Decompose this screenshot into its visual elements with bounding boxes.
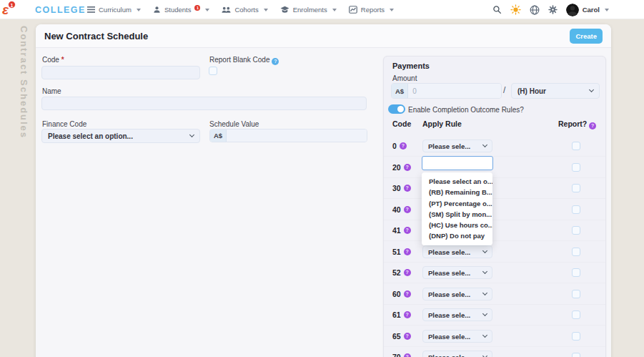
hamburger-icon bbox=[87, 6, 95, 13]
sun-icon[interactable] bbox=[510, 4, 521, 15]
schedule-value-label: Schedule Value bbox=[209, 120, 259, 128]
amount-input[interactable] bbox=[408, 84, 501, 98]
report-checkbox[interactable] bbox=[572, 163, 580, 172]
unit-select[interactable]: (H) Hour bbox=[511, 83, 600, 99]
report-checkbox[interactable] bbox=[572, 142, 580, 150]
rule-option[interactable]: (HC) Use hours co... bbox=[422, 220, 492, 230]
apply-rule-select[interactable]: Please sele... bbox=[422, 140, 492, 152]
students-badge: 1 bbox=[194, 5, 200, 11]
rule-option[interactable]: (PT) Percentage o... bbox=[422, 198, 492, 209]
rule-dropdown-search-input[interactable] bbox=[422, 156, 493, 170]
outcome-row: 0? Please sele... bbox=[384, 136, 605, 157]
caret-icon bbox=[390, 9, 394, 11]
chevron-down-icon bbox=[482, 290, 487, 295]
apply-rule-select[interactable]: Please sele... bbox=[422, 351, 492, 357]
help-icon[interactable]: ? bbox=[404, 311, 411, 318]
help-icon[interactable]: ? bbox=[404, 164, 411, 171]
gear-icon[interactable] bbox=[548, 5, 558, 14]
menu-item-reports[interactable]: Reports bbox=[349, 6, 394, 14]
help-icon[interactable]: ? bbox=[404, 290, 411, 298]
help-icon[interactable]: ? bbox=[404, 248, 411, 255]
help-icon[interactable]: ? bbox=[404, 185, 411, 192]
outcome-code: 61? bbox=[392, 310, 411, 319]
help-icon[interactable]: ? bbox=[404, 269, 411, 276]
apply-rule-select[interactable]: Please sele... bbox=[422, 288, 492, 300]
rule-option[interactable]: (RB) Remaining B... bbox=[422, 187, 492, 197]
create-button[interactable]: Create bbox=[570, 29, 603, 44]
amount-label: Amount bbox=[392, 74, 417, 82]
report-checkbox[interactable] bbox=[572, 353, 580, 357]
report-checkbox[interactable] bbox=[572, 332, 580, 341]
new-contract-schedule-card: New Contract Schedule Create Code * Repo… bbox=[36, 24, 611, 357]
report-checkbox[interactable] bbox=[572, 290, 580, 298]
finance-code-select[interactable]: Please select an option... bbox=[41, 129, 200, 143]
chevron-down-icon bbox=[482, 333, 487, 338]
name-input[interactable] bbox=[41, 97, 367, 110]
completion-rules-toggle[interactable] bbox=[388, 104, 405, 114]
report-checkbox[interactable] bbox=[572, 205, 580, 214]
name-label: Name bbox=[42, 87, 61, 95]
group-icon bbox=[222, 6, 231, 14]
finance-code-label: Finance Code bbox=[42, 120, 86, 128]
card-header: New Contract Schedule Create bbox=[36, 24, 611, 48]
schedule-value-field: A$ bbox=[209, 129, 367, 142]
report-blank-code-checkbox[interactable] bbox=[209, 67, 217, 75]
menu-item-students[interactable]: Students 1 bbox=[153, 6, 210, 14]
menu-item-curriculum[interactable]: Curriculum bbox=[87, 6, 141, 14]
currency-prefix: A$ bbox=[392, 84, 408, 98]
help-icon[interactable]: ? bbox=[589, 122, 596, 129]
apply-rule-select[interactable]: Please sele... bbox=[422, 308, 492, 321]
rule-option[interactable]: (SM) Split by mon... bbox=[422, 209, 492, 220]
help-icon[interactable]: ? bbox=[404, 227, 411, 234]
app-logo[interactable]: ε 1 bbox=[2, 1, 18, 18]
report-checkbox[interactable] bbox=[572, 184, 580, 192]
menu-label: Students bbox=[164, 6, 192, 14]
report-blank-code-label: Report Blank Code ? bbox=[209, 56, 279, 65]
help-icon[interactable]: ? bbox=[404, 333, 411, 340]
chevron-down-icon bbox=[482, 142, 487, 147]
help-icon[interactable]: ? bbox=[404, 353, 411, 357]
unit-select-value: (H) Hour bbox=[517, 87, 546, 95]
user-name: Carol bbox=[583, 6, 600, 14]
globe-icon[interactable] bbox=[530, 5, 540, 15]
search-icon[interactable] bbox=[492, 5, 502, 14]
apply-rule-select[interactable]: Please sele... bbox=[422, 266, 492, 279]
toggle-knob bbox=[397, 106, 404, 112]
report-checkbox[interactable] bbox=[572, 248, 580, 256]
rule-option[interactable]: (DNP) Do not pay bbox=[422, 230, 492, 241]
outcome-code: 60? bbox=[392, 290, 411, 298]
per-separator: / bbox=[503, 85, 505, 95]
apply-rule-select[interactable]: Please sele... bbox=[422, 245, 492, 258]
chevron-down-icon bbox=[482, 353, 487, 357]
help-icon[interactable]: ? bbox=[272, 58, 279, 65]
payments-panel: Payments Amount A$ / (H) Hour Enable Com… bbox=[383, 56, 606, 357]
apply-rule-select[interactable]: Please sele... bbox=[422, 330, 492, 343]
column-header-apply-rule: Apply Rule bbox=[422, 119, 462, 128]
caret-icon bbox=[264, 9, 268, 11]
menu-item-enrolments[interactable]: Enrolments bbox=[280, 6, 337, 14]
amount-field: A$ bbox=[391, 83, 502, 99]
menu-item-cohorts[interactable]: Cohorts bbox=[222, 6, 267, 14]
outcome-code: 41? bbox=[392, 226, 411, 235]
graduation-cap-icon bbox=[280, 6, 289, 14]
outcome-row: 20? Please sele... bbox=[384, 157, 605, 178]
chevron-down-icon bbox=[589, 87, 594, 92]
outcome-row: 41? Please sele... bbox=[384, 220, 605, 241]
help-icon[interactable]: ? bbox=[404, 206, 411, 213]
report-checkbox[interactable] bbox=[572, 310, 580, 319]
report-checkbox[interactable] bbox=[572, 226, 580, 235]
user-menu[interactable]: Carol bbox=[566, 4, 609, 16]
caret-icon bbox=[205, 9, 209, 11]
outcome-code: 51? bbox=[392, 248, 411, 256]
schedule-value-input[interactable] bbox=[227, 129, 367, 142]
help-icon[interactable]: ? bbox=[400, 142, 407, 150]
main-menu: Curriculum Students 1 Cohorts bbox=[87, 0, 394, 19]
code-input[interactable] bbox=[41, 66, 200, 79]
caret-icon bbox=[605, 9, 609, 11]
finance-code-select-value: Please select an option... bbox=[48, 132, 133, 140]
report-checkbox[interactable] bbox=[572, 268, 580, 277]
column-header-report: Report? ? bbox=[558, 119, 596, 129]
rule-option[interactable]: Please select an o... bbox=[422, 176, 492, 187]
rule-dropdown-menu: Please select an o... (RB) Remaining B..… bbox=[422, 172, 492, 245]
chevron-down-icon bbox=[482, 269, 487, 274]
